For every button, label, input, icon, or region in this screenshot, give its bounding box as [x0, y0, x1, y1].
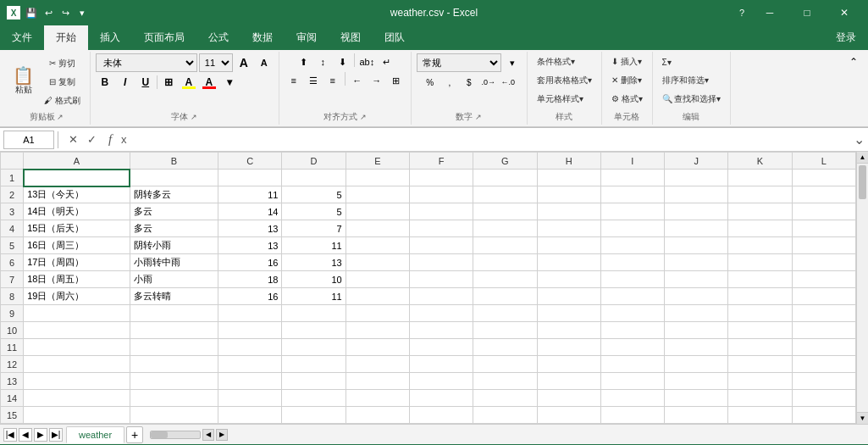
cell[interactable]	[130, 339, 218, 356]
cell[interactable]	[130, 322, 218, 339]
cell[interactable]	[665, 339, 728, 356]
sheet-next-button[interactable]: ▶	[34, 428, 47, 442]
row-number[interactable]: 11	[1, 339, 24, 356]
align-middle-button[interactable]: ↕	[313, 53, 332, 70]
cell[interactable]	[665, 203, 728, 220]
cell[interactable]	[218, 390, 282, 407]
cut-button[interactable]: ✂ 剪切	[40, 55, 85, 72]
scroll-down-button[interactable]: ▼	[857, 412, 868, 424]
border-button[interactable]: ⊞	[159, 74, 178, 91]
cell[interactable]	[728, 407, 792, 424]
cell[interactable]	[409, 407, 473, 424]
col-header-e[interactable]: E	[346, 153, 409, 170]
sheet-prev-button[interactable]: ◀	[19, 428, 32, 442]
col-header-b[interactable]: B	[130, 153, 218, 170]
decrease-indent-button[interactable]: ←	[348, 72, 367, 89]
cell[interactable]	[409, 237, 473, 254]
col-header-d[interactable]: D	[282, 153, 346, 170]
cell[interactable]	[600, 356, 664, 373]
cell[interactable]	[728, 203, 792, 220]
cell[interactable]: 7	[282, 220, 346, 237]
cell[interactable]	[792, 305, 855, 322]
font-color-button[interactable]: A	[200, 74, 218, 91]
cell[interactable]: 5	[282, 203, 346, 220]
cell[interactable]	[409, 356, 473, 373]
cell[interactable]	[24, 170, 130, 186]
cell[interactable]: 11	[282, 288, 346, 305]
cell[interactable]	[282, 339, 346, 356]
cell[interactable]	[409, 322, 473, 339]
cell[interactable]	[473, 407, 537, 424]
cell[interactable]: 18	[218, 271, 282, 288]
cell[interactable]	[473, 170, 537, 186]
underline-button[interactable]: U	[136, 74, 155, 91]
align-center-button[interactable]: ☰	[304, 72, 323, 89]
row-number[interactable]: 13	[1, 373, 24, 390]
cell[interactable]	[665, 170, 728, 186]
cell[interactable]	[600, 322, 664, 339]
horizontal-scroll-track[interactable]	[150, 431, 201, 439]
cell[interactable]	[409, 373, 473, 390]
cell[interactable]	[537, 203, 600, 220]
cell[interactable]	[728, 288, 792, 305]
cell[interactable]: 多云	[130, 203, 218, 220]
cell[interactable]	[282, 305, 346, 322]
cell[interactable]	[346, 271, 409, 288]
align-left-button[interactable]: ≡	[285, 72, 303, 89]
customize-qat-button[interactable]: ▾	[75, 5, 90, 20]
cell[interactable]	[600, 407, 664, 424]
cell[interactable]	[218, 305, 282, 322]
cell[interactable]	[130, 170, 218, 186]
save-button[interactable]: 💾	[24, 5, 39, 20]
spreadsheet-area[interactable]: A B C D E F G H I J K L 1213日（今	[0, 152, 856, 424]
cell[interactable]	[282, 356, 346, 373]
cell[interactable]	[473, 271, 537, 288]
paste-button[interactable]: 📋 粘贴	[8, 58, 38, 105]
cell[interactable]	[728, 254, 792, 271]
cell[interactable]	[665, 288, 728, 305]
tab-page-layout[interactable]: 页面布局	[132, 25, 196, 50]
format-options-button[interactable]: ▾	[220, 74, 239, 91]
cell[interactable]: 11	[218, 186, 282, 203]
cell[interactable]	[792, 407, 855, 424]
cell[interactable]	[346, 373, 409, 390]
cell[interactable]	[409, 220, 473, 237]
cell[interactable]: 18日（周五）	[24, 271, 130, 288]
cell[interactable]	[473, 390, 537, 407]
cell[interactable]	[346, 220, 409, 237]
cell[interactable]	[409, 339, 473, 356]
cell[interactable]	[600, 271, 664, 288]
cell[interactable]	[282, 170, 346, 186]
cell[interactable]: 5	[282, 186, 346, 203]
help-button[interactable]: ?	[734, 5, 749, 20]
tab-formula[interactable]: 公式	[196, 25, 240, 50]
cell[interactable]: 15日（后天）	[24, 220, 130, 237]
cell[interactable]	[665, 186, 728, 203]
cell[interactable]	[665, 220, 728, 237]
cell[interactable]: 19日（周六）	[24, 288, 130, 305]
row-number[interactable]: 15	[1, 407, 24, 424]
tab-view[interactable]: 视图	[329, 25, 373, 50]
cell[interactable]	[346, 322, 409, 339]
maximize-button[interactable]: □	[790, 0, 824, 25]
cell[interactable]	[600, 237, 664, 254]
cell[interactable]	[473, 288, 537, 305]
cell-styles-button[interactable]: 单元格样式▾	[533, 91, 588, 108]
cell[interactable]	[346, 254, 409, 271]
col-header-h[interactable]: H	[537, 153, 600, 170]
cell[interactable]	[537, 288, 600, 305]
cell[interactable]	[792, 170, 855, 186]
delete-cells-button[interactable]: ✕ 删除▾	[607, 72, 646, 89]
col-header-a[interactable]: A	[24, 153, 130, 170]
cell[interactable]	[537, 390, 600, 407]
cell[interactable]	[792, 271, 855, 288]
cell[interactable]	[792, 390, 855, 407]
cell[interactable]	[24, 339, 130, 356]
format-cells-button[interactable]: ⚙ 格式▾	[607, 91, 647, 108]
cell[interactable]	[600, 373, 664, 390]
cell[interactable]	[218, 373, 282, 390]
cell[interactable]	[728, 220, 792, 237]
cell[interactable]	[665, 407, 728, 424]
row-number[interactable]: 8	[1, 288, 24, 305]
add-sheet-button[interactable]: +	[126, 426, 143, 443]
